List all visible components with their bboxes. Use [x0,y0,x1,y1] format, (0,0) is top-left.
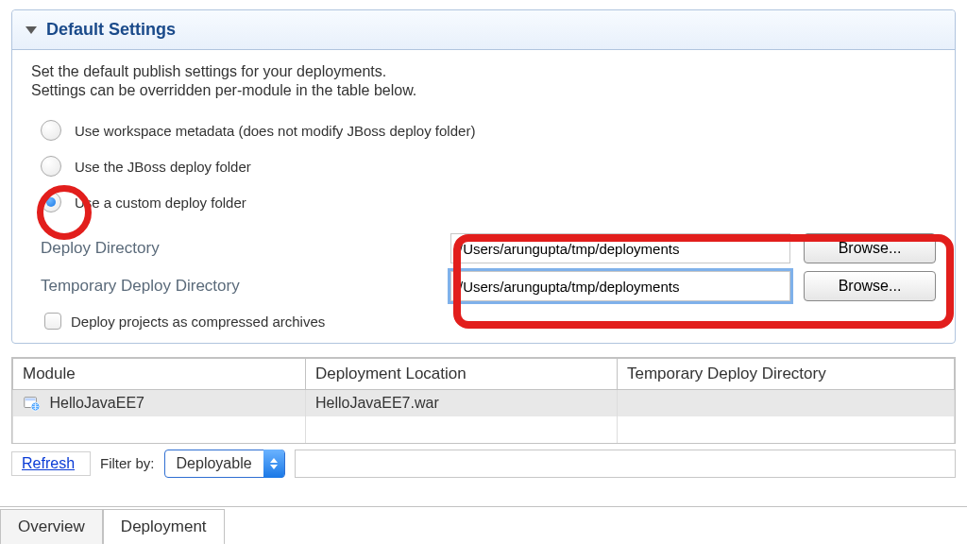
publish-mode-radio-group: Use workspace metadata (does not modify … [41,112,936,220]
radio-custom-deploy-folder[interactable]: Use a custom deploy folder [41,184,936,220]
tab-deployment[interactable]: Deployment [103,509,225,544]
radio-icon [41,156,61,177]
filter-select[interactable]: Deployable [164,450,285,478]
deploy-directory-input[interactable] [450,233,790,263]
svg-rect-1 [25,398,36,400]
table-header-temporary-deploy-directory[interactable]: Temporary Deploy Directory [618,359,955,390]
deploy-directory-label: Deploy Directory [41,239,437,258]
table-cell-temp [618,390,955,416]
table-cell-module: HelloJavaEE7 [49,395,144,411]
panel-header[interactable]: Default Settings [12,10,955,50]
table-cell-location: HelloJavaEE7.war [306,390,618,416]
filter-by-label: Filter by: [100,455,155,471]
checkbox-icon [44,313,61,330]
filter-text-input[interactable] [295,450,956,478]
radio-workspace-metadata[interactable]: Use workspace metadata (does not modify … [41,112,936,148]
filter-bar: Refresh Filter by: Deployable [11,450,956,478]
table-row [13,416,955,443]
temporary-deploy-directory-label: Temporary Deploy Directory [41,277,437,296]
tab-overview[interactable]: Overview [0,509,103,544]
panel-description-1: Set the default publish settings for you… [31,63,936,80]
radio-label: Use a custom deploy folder [75,195,246,211]
disclosure-triangle-icon [25,26,37,34]
panel-title: Default Settings [46,20,176,40]
bottom-tabs: Overview Deployment [0,506,967,544]
temporary-deploy-directory-input[interactable] [450,271,790,301]
compressed-archives-checkbox[interactable]: Deploy projects as compressed archives [44,313,936,330]
refresh-link[interactable]: Refresh [11,451,91,476]
temporary-deploy-directory-browse-button[interactable]: Browse... [804,271,936,301]
filter-select-value: Deployable [165,455,263,472]
radio-icon [41,120,61,141]
deploy-directory-browse-button[interactable]: Browse... [804,233,936,263]
select-arrows-icon [263,450,284,478]
radio-label: Use workspace metadata (does not modify … [75,123,475,139]
web-module-icon [23,395,40,412]
radio-icon [41,192,61,212]
table-row[interactable]: HelloJavaEE7 HelloJavaEE7.war [13,390,955,416]
checkbox-label: Deploy projects as compressed archives [71,314,325,330]
panel-description-2: Settings can be overridden per-module in… [31,82,936,99]
table-header-deployment-location[interactable]: Deployment Location [306,359,618,390]
table-header-module[interactable]: Module [13,359,306,390]
radio-label: Use the JBoss deploy folder [75,159,251,175]
modules-table: Module Deployment Location Temporary Dep… [11,357,956,444]
radio-jboss-deploy-folder[interactable]: Use the JBoss deploy folder [41,148,936,184]
default-settings-panel: Default Settings Set the default publish… [11,9,956,344]
